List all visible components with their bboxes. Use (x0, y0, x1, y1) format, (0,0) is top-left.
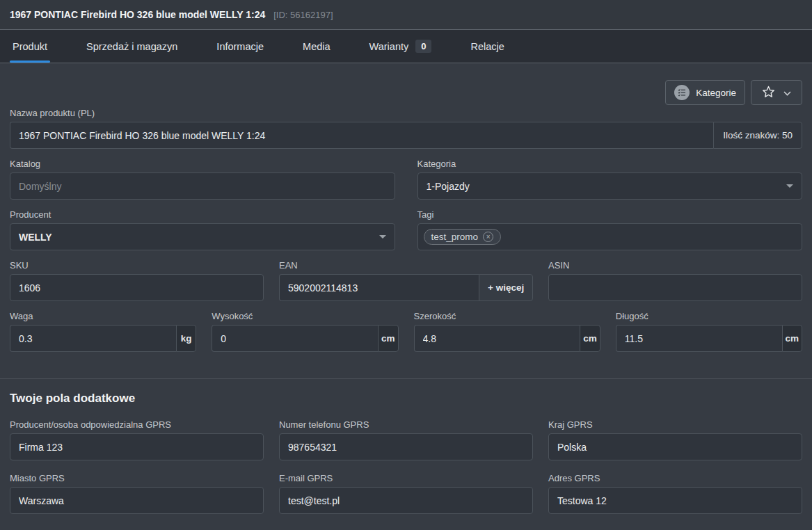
asin-input[interactable] (548, 274, 802, 301)
gprs-miasto-input[interactable] (10, 487, 264, 514)
gprs-kraj-field-block: Kraj GPRS (548, 419, 802, 460)
asin-label: ASIN (548, 260, 802, 271)
toolbar-row: Kategorie (10, 80, 802, 105)
product-header: 1967 PONTIAC Firebird HO 326 blue model … (0, 0, 812, 30)
ean-label: EAN (279, 260, 533, 271)
gprs-producent-input[interactable] (10, 433, 264, 460)
katalog-field-block: Katalog (10, 159, 395, 200)
wysokosc-label: Wysokość (212, 311, 398, 321)
gprs-email-field-block: E-mail GPRS (279, 473, 533, 514)
tab-relacje[interactable]: Relacje (468, 30, 507, 63)
producent-select[interactable]: WELLY (10, 223, 395, 250)
gprs-adres-input[interactable] (548, 487, 802, 514)
tab-relacje-label: Relacje (470, 41, 504, 52)
szerokosc-input[interactable] (414, 325, 580, 352)
katalog-input[interactable] (10, 172, 395, 200)
kategoria-selected-value: 1-Pojazdy (427, 181, 470, 192)
kategoria-label: Kategoria (417, 159, 803, 169)
dlugosc-label: Długość (616, 311, 802, 321)
dlugosc-input[interactable] (616, 325, 782, 352)
product-title: 1967 PONTIAC Firebird HO 326 blue model … (10, 9, 265, 20)
gprs-adres-field-block: Adres GPRS (548, 473, 802, 514)
gprs-telefon-input[interactable] (279, 433, 533, 460)
chevron-down-icon (783, 88, 791, 98)
checklist-icon (674, 85, 690, 100)
sku-input[interactable] (10, 274, 264, 301)
name-input[interactable] (10, 122, 713, 149)
kategoria-select[interactable]: 1-Pojazdy (417, 172, 803, 200)
caret-down-icon (786, 184, 793, 188)
gprs-producent-field-block: Producent/osoba odpowiedzialna GPRS (10, 419, 264, 460)
producent-selected-value: WELLY (19, 232, 52, 243)
wysokosc-unit: cm (378, 325, 398, 352)
gprs-kraj-label: Kraj GPRS (548, 419, 802, 430)
dlugosc-unit: cm (782, 325, 802, 352)
gprs-miasto-label: Miasto GPRS (10, 473, 264, 483)
tags-input[interactable]: test_promo × (417, 223, 803, 250)
star-icon (762, 86, 775, 100)
sku-field-block: SKU (10, 260, 264, 301)
product-form: Kategorie Nazwa produktu (PL) Ilość znak… (0, 80, 812, 514)
waga-field-block: Waga kg (10, 311, 196, 352)
wysokosc-input[interactable] (212, 325, 378, 352)
ean-more-button[interactable]: + więcej (479, 274, 533, 301)
sku-label: SKU (10, 260, 264, 271)
tag-chip-label: test_promo (431, 232, 479, 242)
tagi-label: Tagi (417, 209, 803, 220)
tab-media[interactable]: Media (300, 30, 333, 63)
producent-label: Producent (10, 209, 395, 220)
tab-warianty-label: Warianty (369, 41, 409, 52)
gprs-email-label: E-mail GPRS (279, 473, 533, 483)
section-divider (0, 378, 812, 379)
ean-field-block: EAN + więcej (279, 260, 533, 301)
product-id: [ID: 56162197] (273, 10, 333, 20)
dlugosc-field-block: Długość cm (616, 311, 802, 352)
tab-informacje[interactable]: Informacje (214, 30, 266, 63)
tab-produkt[interactable]: Produkt (10, 30, 50, 63)
kategoria-field-block: Kategoria 1-Pojazdy (417, 159, 803, 200)
gprs-telefon-field-block: Numer telefonu GPRS (279, 419, 533, 460)
tab-sprzedaz-i-magazyn[interactable]: Sprzedaż i magazyn (83, 30, 180, 63)
tab-produkt-label: Produkt (13, 41, 47, 52)
szerokosc-field-block: Szerokość cm (414, 311, 600, 352)
gprs-adres-label: Adres GPRS (548, 473, 802, 483)
szerokosc-label: Szerokość (414, 311, 600, 321)
custom-fields-heading: Twoje pola dodatkowe (10, 392, 802, 405)
name-field-block: Nazwa produktu (PL) Ilość znaków: 50 (10, 108, 802, 149)
producent-field-block: Producent WELLY (10, 209, 395, 250)
caret-down-icon (379, 235, 386, 239)
szerokosc-unit: cm (580, 325, 600, 352)
remove-tag-icon[interactable]: × (483, 232, 493, 242)
gprs-email-input[interactable] (279, 487, 533, 514)
gprs-telefon-label: Numer telefonu GPRS (279, 419, 533, 430)
favorite-dropdown-button[interactable] (751, 80, 802, 105)
tab-media-label: Media (303, 41, 331, 52)
waga-label: Waga (10, 311, 196, 321)
warianty-count-badge: 0 (415, 40, 431, 53)
tab-bar: Produkt Sprzedaż i magazyn Informacje Me… (0, 30, 812, 63)
gprs-miasto-field-block: Miasto GPRS (10, 473, 264, 514)
waga-unit: kg (176, 325, 196, 352)
katalog-label: Katalog (10, 159, 395, 169)
gprs-producent-label: Producent/osoba odpowiedzialna GPRS (10, 419, 264, 430)
name-label: Nazwa produktu (PL) (10, 108, 802, 118)
gprs-kraj-input[interactable] (548, 433, 802, 460)
tab-warianty[interactable]: Warianty 0 (367, 30, 435, 63)
tag-chip: test_promo × (424, 229, 502, 245)
char-counter: Ilość znaków: 50 (713, 122, 802, 149)
asin-field-block: ASIN (548, 260, 802, 301)
tab-informacje-label: Informacje (216, 41, 264, 52)
waga-input[interactable] (10, 325, 176, 352)
tab-sprzedaz-label: Sprzedaż i magazyn (86, 41, 177, 52)
ean-input[interactable] (279, 274, 479, 301)
categories-button[interactable]: Kategorie (665, 80, 745, 105)
tagi-field-block: Tagi test_promo × (417, 209, 803, 250)
wysokosc-field-block: Wysokość cm (212, 311, 398, 352)
categories-button-label: Kategorie (696, 88, 736, 98)
